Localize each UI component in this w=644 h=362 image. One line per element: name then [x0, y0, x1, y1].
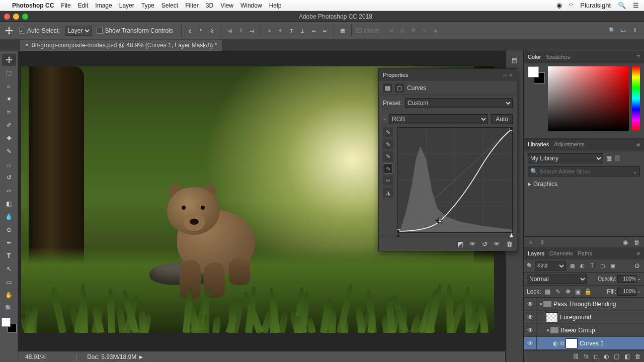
share-icon[interactable]: ⇪ — [630, 27, 638, 35]
opacity-input[interactable] — [617, 275, 636, 283]
blur-tool[interactable]: 💧 — [2, 211, 16, 223]
link-icon[interactable]: ⛓ — [560, 341, 565, 346]
menu-list-icon[interactable]: ☰ — [633, 2, 639, 9]
document-tab[interactable]: × 08-group-composite-modes.psd @ 48.9% (… — [20, 40, 222, 51]
lock-artboard-icon[interactable]: ▣ — [575, 288, 582, 295]
curve-point-tool[interactable]: ∿ — [383, 163, 393, 173]
clip-to-layer-icon[interactable]: ◩ — [457, 240, 463, 248]
healing-tool[interactable]: ✚ — [2, 132, 16, 144]
delete-library-icon[interactable]: 🗑 — [634, 239, 640, 246]
align-right-icon[interactable]: ⫤ — [248, 27, 256, 35]
new-layer-icon[interactable]: ◧ — [624, 353, 630, 360]
menu-filter[interactable]: Filter — [185, 2, 199, 9]
menu-3d[interactable]: 3D — [206, 2, 213, 9]
show-transform-checkbox[interactable]: Show Transform Controls — [97, 27, 173, 34]
visibility-icon[interactable]: 👁 — [524, 311, 537, 323]
fg-bg-colors[interactable] — [2, 318, 17, 333]
align-bottom-icon[interactable]: ⫕ — [208, 27, 216, 35]
minimize-window-button[interactable] — [13, 14, 19, 20]
adjustments-tab[interactable]: Adjustments — [554, 141, 585, 147]
auto-select-checkbox[interactable]: Auto-Select: — [19, 27, 60, 34]
eyedropper-tool[interactable]: ✐ — [2, 119, 16, 131]
list-view-icon[interactable]: ☰ — [615, 155, 620, 162]
stock-search-input[interactable] — [540, 168, 632, 174]
link-layers-icon[interactable]: ⛓ — [573, 353, 579, 360]
disclosure-icon[interactable]: ▾ — [540, 302, 542, 307]
layer-row[interactable]: 👁Foreground — [524, 311, 644, 324]
color-fgbg[interactable] — [528, 66, 545, 83]
zoom-window-button[interactable] — [22, 14, 28, 20]
menu-file[interactable]: File — [61, 2, 70, 9]
preset-select[interactable]: Custom — [405, 98, 513, 108]
curves-graph[interactable] — [397, 127, 513, 233]
pen-tool[interactable]: ✒ — [2, 237, 16, 249]
menu-window[interactable]: Window — [240, 2, 262, 9]
blend-mode-select[interactable]: Normal — [527, 275, 587, 284]
dist-hcenter-icon[interactable]: ⫬ — [310, 27, 318, 35]
layer-mask-icon[interactable]: ◻ — [594, 353, 599, 360]
view-previous-icon[interactable]: 👁 — [469, 240, 476, 248]
filter-adj-icon[interactable]: ◐ — [578, 262, 586, 270]
doc-size[interactable]: Doc: 5.93M/18.9M — [87, 353, 136, 360]
delete-layer-icon[interactable]: 🗑 — [635, 353, 641, 360]
filter-smart-icon[interactable]: ▣ — [608, 262, 616, 270]
hue-strip[interactable] — [632, 66, 640, 131]
layer-row[interactable]: 👁▾Baear Group — [524, 324, 644, 337]
path-select-tool[interactable]: ↖ — [2, 263, 16, 275]
reset-icon[interactable]: ↺ — [482, 240, 488, 248]
collapse-panel-icon[interactable]: ›› ≡ — [503, 72, 513, 78]
channels-tab[interactable]: Channels — [549, 250, 573, 256]
sampler-gray-icon[interactable]: ✎ — [383, 139, 393, 149]
color-tab[interactable]: Color — [528, 54, 541, 60]
lock-position-icon[interactable]: ✥ — [565, 288, 572, 295]
mask-icon[interactable]: ◻ — [395, 83, 404, 93]
channel-select[interactable]: RGB — [389, 114, 488, 124]
app-name[interactable]: Photoshop CC — [12, 2, 54, 9]
stock-search[interactable]: 🔍 ⌄ — [528, 166, 640, 176]
dist-top-icon[interactable]: ⫨ — [266, 27, 274, 35]
history-brush-tool[interactable]: ↺ — [2, 171, 16, 184]
disclosure-icon[interactable]: ▾ — [547, 328, 549, 333]
type-tool[interactable]: T — [2, 250, 16, 262]
sampler-white-icon[interactable]: ✎ — [383, 151, 393, 161]
library-select[interactable]: My Library — [528, 153, 603, 163]
layer-row[interactable]: 👁▾Pass Through Blending — [524, 298, 644, 311]
dist-left-icon[interactable]: ⫫ — [299, 27, 307, 35]
spotlight-icon[interactable]: 🔍 — [618, 2, 626, 9]
curve-pencil-tool[interactable]: ✏ — [383, 175, 393, 186]
crop-tool[interactable]: ⌗ — [2, 106, 16, 118]
visibility-icon[interactable]: 👁 — [524, 324, 537, 336]
quick-select-tool[interactable]: ✷ — [2, 93, 16, 105]
properties-tab[interactable]: Properties — [383, 72, 408, 78]
hand-tool[interactable]: ✋ — [2, 289, 16, 301]
status-menu-icon[interactable]: ▶ — [139, 354, 143, 359]
targeted-adj-icon[interactable]: ☟ — [383, 116, 386, 123]
lasso-tool[interactable]: ⌕ — [2, 80, 16, 92]
menu-layer[interactable]: Layer — [119, 2, 134, 9]
zoom-tool[interactable]: 🔍 — [2, 302, 16, 314]
filter-shape-icon[interactable]: ▢ — [598, 262, 606, 270]
dist-bottom-icon[interactable]: ⫪ — [288, 27, 296, 35]
clip-histogram-icon[interactable]: ◮ — [383, 188, 393, 198]
align-hcenter-icon[interactable]: ⫲ — [237, 27, 245, 35]
menu-edit[interactable]: Edit — [78, 2, 89, 9]
group-icon[interactable]: ▢ — [614, 353, 619, 360]
align-left-icon[interactable]: ⫣ — [226, 27, 234, 35]
grid-view-icon[interactable]: ▦ — [606, 155, 612, 162]
color-panel-menu-icon[interactable]: ≡ — [636, 53, 640, 60]
wifi-icon[interactable]: ⌔ — [569, 2, 573, 9]
menu-view[interactable]: View — [220, 2, 233, 9]
close-window-button[interactable] — [4, 14, 10, 20]
lock-transparency-icon[interactable]: ▩ — [544, 288, 551, 295]
fill-input[interactable] — [617, 288, 636, 296]
graphics-group[interactable]: ▶Graphics — [528, 180, 640, 188]
adj-layer-icon[interactable]: ◐ — [604, 353, 609, 360]
libraries-panel-menu-icon[interactable]: ≡ — [636, 141, 640, 148]
auto-select-target[interactable]: Layer — [65, 26, 92, 36]
menu-image[interactable]: Image — [95, 2, 112, 9]
filter-toggle[interactable]: ⏻ — [633, 262, 641, 270]
swatches-tab[interactable]: Swatches — [546, 54, 570, 60]
stamp-tool[interactable]: ⌓ — [2, 158, 16, 170]
toggle-visibility-icon[interactable]: 👁 — [494, 240, 500, 248]
eraser-tool[interactable]: ▱ — [2, 185, 16, 197]
